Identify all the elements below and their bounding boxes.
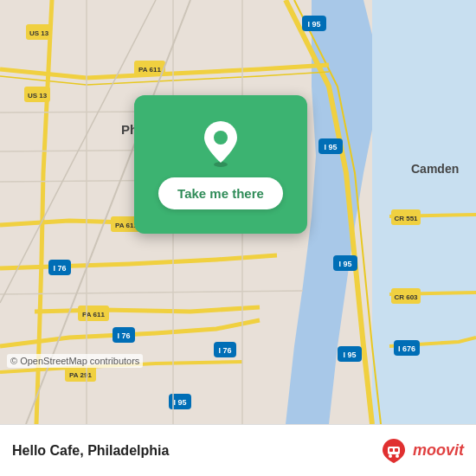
svg-text:CR 551: CR 551 bbox=[394, 215, 418, 222]
svg-text:I 76: I 76 bbox=[117, 331, 130, 340]
svg-text:I 95: I 95 bbox=[324, 143, 337, 151]
map-attribution: © OpenStreetMap contributors bbox=[7, 354, 143, 368]
svg-text:Camden: Camden bbox=[411, 162, 459, 176]
moovit-brand-name: moovit bbox=[413, 441, 464, 460]
svg-text:PA 611: PA 611 bbox=[138, 66, 161, 74]
location-card: Take me there bbox=[134, 95, 307, 234]
svg-text:I 676: I 676 bbox=[398, 344, 415, 353]
svg-point-49 bbox=[214, 131, 228, 145]
svg-text:US 13: US 13 bbox=[28, 92, 48, 100]
svg-text:I 76: I 76 bbox=[53, 264, 66, 273]
map-container: I 95 I 95 I 95 I 95 PA 611 PA 611 PA 611… bbox=[0, 0, 476, 424]
svg-text:PA 291: PA 291 bbox=[69, 371, 92, 379]
svg-point-51 bbox=[389, 454, 392, 458]
svg-text:I 95: I 95 bbox=[307, 20, 320, 29]
location-pin-icon bbox=[200, 119, 241, 167]
svg-text:CR 603: CR 603 bbox=[394, 293, 418, 301]
svg-rect-53 bbox=[389, 448, 393, 452]
take-me-there-button[interactable]: Take me there bbox=[158, 177, 283, 209]
footer-bar: Hello Cafe, Philadelphia moovit bbox=[0, 424, 476, 476]
svg-text:I 76: I 76 bbox=[218, 346, 231, 355]
place-name: Hello Cafe, Philadelphia bbox=[12, 443, 169, 459]
svg-text:I 95: I 95 bbox=[343, 351, 356, 359]
moovit-logo: moovit bbox=[380, 437, 464, 465]
moovit-brand-icon bbox=[380, 437, 408, 465]
svg-text:I 95: I 95 bbox=[173, 398, 186, 407]
svg-point-52 bbox=[396, 454, 399, 458]
svg-text:I 95: I 95 bbox=[338, 260, 351, 268]
svg-rect-54 bbox=[395, 448, 398, 452]
svg-rect-2 bbox=[372, 0, 476, 424]
svg-text:US 13: US 13 bbox=[29, 29, 49, 37]
svg-text:PA 611: PA 611 bbox=[82, 311, 105, 318]
